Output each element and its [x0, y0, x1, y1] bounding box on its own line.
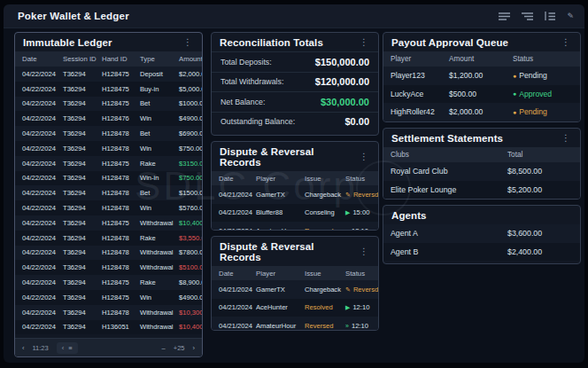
table-row[interactable]: 04/22/2024 T36294 H128475 Rake $8,900.00	[15, 275, 202, 290]
cell-hand: H128476	[102, 114, 140, 122]
table-row[interactable]: Agent B $2,400.00	[383, 243, 580, 262]
cell-status: ● Approved	[513, 90, 573, 98]
status-text: Pending	[519, 71, 547, 80]
cell-hand: H128478	[102, 145, 140, 153]
cell-type: Bet	[140, 99, 179, 107]
table-row[interactable]: HighRoller42 $2,000.00 ● Pending	[383, 103, 580, 121]
cell-date: 04/22/2024	[22, 129, 63, 137]
cell-date: 04/22/2024	[22, 145, 63, 153]
table-row[interactable]: 04/22/2024 T36294 H128476 Win $4900.00	[15, 111, 202, 126]
cell-hand: H128478	[102, 234, 140, 242]
total-label: Outstanding Balance:	[220, 117, 295, 126]
cell-hand: H128478	[102, 309, 140, 317]
cell-date: 04/22/2024	[22, 70, 63, 78]
table-row[interactable]: 04/22/2024 T36294 H128478 Withdrawal $78…	[15, 246, 202, 261]
table-row[interactable]: 04/22/2024 T36294 H128478 Rake $3,550.00	[15, 231, 202, 246]
cell-issue: Chargeback	[305, 191, 345, 199]
cell-type: Withdrawal	[140, 219, 179, 227]
table-row[interactable]: 04/22/2024 T36294 H128478 Bet $1500.00	[15, 185, 202, 200]
kebab-menu-icon[interactable]: ⋮	[357, 37, 371, 48]
col-date: Date	[22, 55, 63, 63]
pager-next-button[interactable]: ›	[193, 344, 196, 352]
cell-type: Bet	[140, 189, 179, 197]
cell-date: 04/22/2024	[22, 85, 63, 93]
table-row[interactable]: Royal Card Club $8,500.00	[383, 162, 580, 181]
table-row[interactable]: Elite Poker Lounge $5,200.00	[383, 181, 580, 200]
table-row[interactable]: 04/21/2024 GamerTX Chargeback ✎ Reversd	[212, 280, 378, 299]
table-row[interactable]: Agent A $3,600.00	[383, 224, 580, 243]
table-row[interactable]: 04/22/2024 T36294 H128478 Withdrawal $51…	[15, 260, 202, 275]
cell-status: ▶ 15:00	[345, 208, 371, 216]
cell-type: Rake	[140, 234, 179, 242]
cell-hand: H136051	[102, 323, 140, 331]
cell-date: 04/22/2024	[22, 160, 63, 168]
pager-prev-button[interactable]: ‹	[22, 344, 25, 352]
topbar-actions: ✎	[499, 12, 574, 20]
cell-date: 04/21/2024	[219, 322, 256, 330]
table-row[interactable]: 04/21/2024 AmateurHour Reversed » 12:10	[212, 317, 378, 331]
cell-amount: $3,550.00	[179, 234, 203, 242]
table-row[interactable]: 04/21/2024 GamerTX Chargeback ✎ Reversd	[212, 185, 378, 204]
cell-amount: $750.00	[179, 174, 203, 182]
pen-icon[interactable]: ✎	[567, 12, 574, 20]
cell-session: T36294	[63, 219, 102, 227]
table-row[interactable]: 04/22/2024 T36294 H128475 Rake $3150.00	[15, 156, 202, 171]
table-row[interactable]: LuckyAce $500.00 ● Approved	[383, 85, 580, 104]
cell-status: ● Pending	[513, 71, 573, 80]
cell-player: HighRoller42	[391, 107, 449, 116]
cell-amount: $8,900.00	[179, 278, 203, 286]
kebab-menu-icon[interactable]: ⋮	[559, 133, 573, 144]
table-row[interactable]: 04/21/2024 AmateurHour Reversed » 12:10	[212, 222, 378, 231]
cell-amount: $1500.00	[179, 189, 203, 197]
cell-type: Withdrawal	[140, 248, 179, 256]
table-row[interactable]: 04/22/2024 T36294 H128475 Buy-in $5,000.…	[15, 82, 202, 97]
kebab-menu-icon[interactable]: ⋮	[357, 152, 371, 162]
pager-jump-button[interactable]: ‹ ≡	[57, 342, 78, 354]
column-list-icon[interactable]	[545, 12, 555, 20]
cell-issue: Reversed	[305, 322, 345, 330]
cell-hand: H128478	[102, 189, 140, 197]
pager-minus-button[interactable]: –	[162, 344, 166, 352]
agents-body: Agent A $3,600.00 Agent B $2,400.00	[383, 224, 580, 261]
cell-amount: $6900.00	[179, 129, 203, 137]
cell-date: 04/22/2024	[22, 278, 63, 286]
table-row[interactable]: 04/22/2024 T36294 H128478 Win $5760.00	[15, 200, 202, 215]
col-issue: Issue	[305, 175, 345, 183]
dot-icon: ●	[513, 73, 516, 79]
total-row: Total Withdrawals: $120,000.00	[212, 72, 378, 92]
cell-agent-name: Agent A	[391, 229, 507, 238]
table-row[interactable]: 04/22/2024 T36294 H128478 Withdrawal $10…	[15, 305, 202, 320]
total-label: Net Balance:	[220, 98, 265, 106]
cell-hand: H128478	[102, 263, 140, 271]
cell-session: T36294	[63, 309, 102, 317]
status-text: Approved	[519, 90, 552, 98]
app-window: Poker Wallet & Ledger ✎ SDLC Corp Immuta…	[4, 4, 584, 363]
cell-player: Bluffer88	[256, 208, 305, 216]
payout-approval-queue-panel: Payout Approval Queue ⋮ Player Amount St…	[383, 32, 581, 122]
panel-title: Reconciliation Totals	[220, 37, 323, 48]
table-row[interactable]: 04/22/2024 T36294 H128475 Win $4900.00	[15, 290, 202, 305]
table-row[interactable]: 04/22/2024 T36294 H128475 Withdrawal $10…	[15, 215, 202, 231]
table-row[interactable]: 04/21/2024 Bluffer88 Conseling ▶ 15:00	[212, 204, 378, 223]
cell-session: T36294	[63, 323, 102, 331]
cell-amount: $2,000.00	[179, 70, 203, 78]
kebab-menu-icon[interactable]: ⋮	[181, 37, 195, 48]
cell-hand: H128478	[102, 129, 140, 137]
table-row[interactable]: 04/22/2024 T36294 H128478 Win-in $750.00	[15, 171, 202, 186]
table-row[interactable]: Player123 $1,200.00 ● Pending	[383, 67, 580, 85]
kebab-menu-icon[interactable]: ⋮	[357, 247, 371, 257]
cell-type: Withdrawal	[140, 323, 179, 331]
table-row[interactable]: 04/22/2024 T36294 H136051 Withdrawal $10…	[15, 320, 202, 335]
cell-club: Royal Card Club	[391, 167, 507, 176]
cell-player: LuckyAce	[391, 90, 449, 98]
table-row[interactable]: 04/22/2024 T36294 H128475 Bet $1000.00	[15, 97, 202, 112]
cell-session: T36294	[63, 85, 102, 93]
table-row[interactable]: 04/22/2024 T36294 H128478 Bet $6900.00	[15, 126, 202, 141]
sort-lines-icon[interactable]	[522, 12, 533, 20]
rows-lines-icon[interactable]	[499, 12, 510, 20]
table-row[interactable]: 04/21/2024 AceHunter Resolved ▶ 12:10	[212, 299, 378, 317]
cell-total: $8,500.00	[507, 167, 573, 176]
kebab-menu-icon[interactable]: ⋮	[559, 37, 573, 48]
table-row[interactable]: 04/22/2024 T36294 H128478 Win $750.00	[15, 141, 202, 156]
table-row[interactable]: 04/22/2024 T36294 H128475 Deposit $2,000…	[15, 67, 202, 82]
